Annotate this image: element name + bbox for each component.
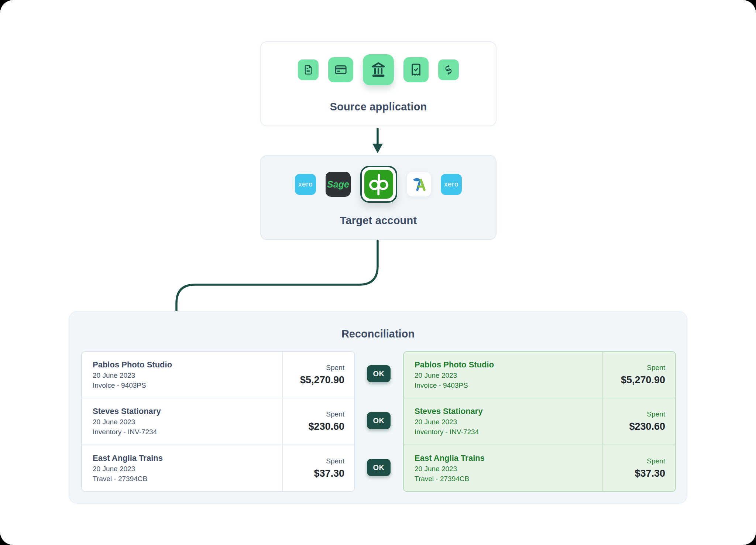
- transaction-amount: $230.60: [629, 421, 665, 432]
- ok-match-button-3[interactable]: OK: [367, 459, 391, 476]
- target-account-card: xero Sage: [260, 155, 496, 240]
- transaction-date: 20 June 2023: [415, 418, 602, 426]
- source-app-tile-row: [298, 54, 459, 85]
- app-tile-xero[interactable]: xero: [295, 174, 316, 195]
- transaction-amount: $5,270.90: [300, 374, 344, 386]
- spent-label: Spent: [326, 457, 344, 465]
- source-tile-card[interactable]: [328, 57, 353, 82]
- source-transactions-table: Pablos Photo Studio 20 June 2023 Invoice…: [81, 351, 355, 492]
- freeagent-icon: [411, 176, 427, 192]
- spent-label: Spent: [326, 410, 344, 418]
- source-tile-sync[interactable]: [438, 59, 459, 80]
- transaction-name: Pablos Photo Studio: [415, 360, 602, 370]
- transaction-date: 20 June 2023: [93, 465, 282, 473]
- source-tile-bank[interactable]: [363, 54, 394, 85]
- source-transaction-row: Pablos Photo Studio 20 June 2023 Invoice…: [82, 352, 354, 398]
- transaction-name: Steves Stationary: [415, 407, 602, 416]
- target-app-logo-row: xero Sage: [295, 166, 462, 203]
- source-application-card: Source application: [260, 41, 496, 126]
- source-transaction-row: Steves Stationary 20 June 2023 Inventory…: [82, 398, 354, 444]
- app-tile-sage[interactable]: Sage: [326, 172, 351, 197]
- target-transaction-row: Steves Stationary 20 June 2023 Inventory…: [404, 398, 675, 444]
- spent-label: Spent: [326, 364, 344, 372]
- app-tile-freeagent[interactable]: [407, 172, 431, 196]
- flow-diagram-screen: Source application xero Sage: [0, 0, 756, 545]
- transaction-date: 20 June 2023: [93, 418, 282, 426]
- spent-label: Spent: [647, 364, 665, 372]
- reconciliation-panel: Reconciliation Pablos Photo Studio 20 Ju…: [69, 311, 687, 504]
- transaction-ref: Invoice - 9403PS: [93, 381, 282, 390]
- transaction-name: East Anglia Trains: [415, 453, 602, 463]
- ok-match-button-2[interactable]: OK: [367, 412, 391, 429]
- bank-icon: [370, 61, 387, 78]
- app-tile-quickbooks-selected[interactable]: [360, 166, 397, 203]
- sage-logo: Sage: [327, 179, 349, 190]
- spent-label: Spent: [647, 457, 665, 465]
- transaction-ref: Inventory - INV-7234: [415, 428, 602, 436]
- xero-logo: xero: [444, 180, 458, 188]
- arrow-source-to-target: [370, 128, 386, 155]
- quickbooks-qb-icon: [365, 171, 392, 198]
- xero-logo: xero: [298, 180, 313, 188]
- credit-card-icon: [334, 63, 347, 76]
- transaction-ref: Travel - 27394CB: [93, 475, 282, 483]
- file-document-icon: [303, 65, 313, 75]
- target-transactions-table: Pablos Photo Studio 20 June 2023 Invoice…: [403, 351, 676, 492]
- transaction-ref: Invoice - 9403PS: [415, 381, 602, 390]
- transaction-amount: $37.30: [314, 468, 344, 479]
- target-transaction-row: East Anglia Trains 20 June 2023 Travel -…: [404, 445, 675, 491]
- transaction-amount: $5,270.90: [621, 374, 665, 386]
- spent-label: Spent: [647, 410, 665, 418]
- source-tile-document[interactable]: [298, 59, 319, 80]
- reconciliation-title: Reconciliation: [69, 328, 687, 340]
- transaction-name: East Anglia Trains: [93, 453, 282, 463]
- transaction-name: Steves Stationary: [93, 407, 282, 416]
- app-tile-xero-2[interactable]: xero: [441, 174, 462, 195]
- transaction-name: Pablos Photo Studio: [93, 360, 282, 370]
- receipt-check-icon: [409, 63, 423, 76]
- transaction-date: 20 June 2023: [93, 371, 282, 380]
- target-card-title: Target account: [261, 215, 496, 227]
- sync-icon: [443, 64, 454, 75]
- source-transaction-row: East Anglia Trains 20 June 2023 Travel -…: [82, 445, 354, 491]
- transaction-date: 20 June 2023: [415, 371, 602, 380]
- quickbooks-tile: [364, 170, 393, 199]
- source-card-title: Source application: [261, 101, 496, 113]
- transaction-ref: Inventory - INV-7234: [93, 428, 282, 436]
- transaction-amount: $37.30: [635, 468, 665, 479]
- transaction-ref: Travel - 27394CB: [415, 475, 602, 483]
- ok-match-button-1[interactable]: OK: [367, 365, 391, 382]
- transaction-amount: $230.60: [308, 421, 344, 432]
- source-tile-receipt[interactable]: [403, 57, 429, 82]
- transaction-date: 20 June 2023: [415, 465, 602, 473]
- target-transaction-row: Pablos Photo Studio 20 June 2023 Invoice…: [404, 352, 675, 398]
